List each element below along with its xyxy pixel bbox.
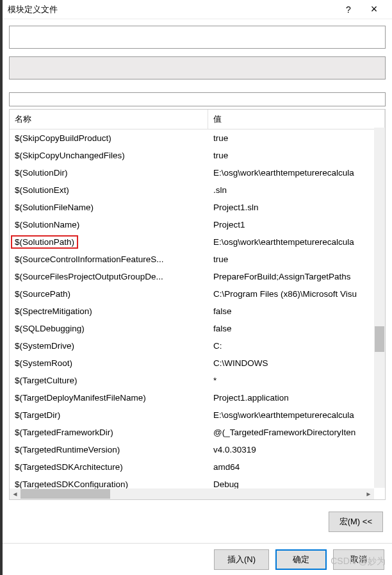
- macro-value-cell: .sln: [208, 184, 385, 196]
- macro-name-cell: $(TargetedSDKArchitecture): [10, 461, 208, 473]
- macro-name-cell: $(SystemDrive): [10, 340, 208, 352]
- macro-name-cell: $(TargetDir): [10, 409, 208, 421]
- table-row[interactable]: $(TargetedFrameworkDir)@(_TargetedFramew…: [10, 424, 385, 441]
- macro-value-cell: Project1.application: [208, 392, 385, 404]
- macro-filter-input[interactable]: [9, 92, 386, 106]
- table-row[interactable]: $(TargetCulture)*: [10, 372, 385, 389]
- scrollbar-thumb[interactable]: [20, 489, 110, 499]
- horizontal-scrollbar[interactable]: ◄ ►: [10, 488, 374, 499]
- macro-value-cell: @(_TargetedFrameworkDirectoryIten: [208, 426, 385, 438]
- title-bar: 模块定义文件 ? ×: [3, 0, 392, 19]
- macro-value-cell: v4.0.30319: [208, 444, 385, 456]
- macro-value-cell: PrepareForBuild;AssignTargetPaths: [208, 271, 385, 283]
- preview-box: [9, 56, 386, 79]
- macro-name-cell: $(SkipCopyBuildProduct): [10, 132, 208, 144]
- grid-header: 名称 值: [10, 110, 385, 129]
- macro-name-cell: $(SourcePath): [10, 288, 208, 300]
- macro-value-cell: E:\osg\work\earthtempeturerecalcula: [208, 409, 385, 421]
- macro-name-cell: $(SolutionPath): [10, 234, 208, 250]
- macro-value-cell: E:\osg\work\earthtempeturerecalcula: [208, 167, 385, 179]
- macro-value-cell: *: [208, 374, 385, 387]
- insert-button[interactable]: 插入(N): [214, 549, 269, 570]
- macro-name-cell: $(SpectreMitigation): [10, 305, 208, 317]
- macro-name-cell: $(SolutionExt): [10, 184, 208, 196]
- macro-value-cell: true: [208, 132, 385, 144]
- dialog-footer: 插入(N) 确定 取消 CSDN @妙为: [3, 543, 392, 575]
- macro-value-cell: Project1: [208, 219, 385, 231]
- macro-name-cell: $(TargetDeployManifestFileName): [10, 392, 208, 404]
- table-row[interactable]: $(TargetDir)E:\osg\work\earthtempeturere…: [10, 406, 385, 424]
- table-row[interactable]: $(TargetDeployManifestFileName)Project1.…: [10, 389, 385, 406]
- help-button[interactable]: ?: [336, 4, 361, 15]
- macro-name-cell: $(SourceControlInformationFeatureS...: [10, 253, 208, 265]
- table-row[interactable]: $(SystemRoot)C:\WINDOWS: [10, 354, 385, 372]
- macro-name-cell: $(SQLDebugging): [10, 322, 208, 335]
- macros-toggle-button[interactable]: 宏(M) <<: [329, 512, 383, 532]
- table-row[interactable]: $(SystemDrive)C:: [10, 337, 385, 354]
- table-row[interactable]: $(SolutionDir)E:\osg\work\earthtempeture…: [10, 164, 385, 181]
- macro-value-cell: E:\osg\work\earthtempeturerecalcula: [208, 236, 385, 248]
- vertical-scrollbar[interactable]: [374, 128, 385, 488]
- header-value[interactable]: 值: [208, 110, 385, 129]
- macro-value-cell: C:: [208, 340, 385, 352]
- macro-name-cell: $(SolutionFileName): [10, 201, 208, 213]
- macro-value-cell: C:\WINDOWS: [208, 357, 385, 369]
- macro-name-cell: $(TargetedRuntimeVersion): [10, 444, 208, 456]
- header-name[interactable]: 名称: [10, 110, 208, 129]
- macro-value-cell: amd64: [208, 461, 385, 473]
- ok-button[interactable]: 确定: [275, 549, 327, 570]
- table-row[interactable]: $(SolutionFileName)Project1.sln: [10, 199, 385, 216]
- table-row[interactable]: $(TargetedSDKArchitecture)amd64: [10, 458, 385, 476]
- table-row[interactable]: $(SourceControlInformationFeatureS...tru…: [10, 251, 385, 268]
- window-title: 模块定义文件: [8, 4, 336, 15]
- cancel-button[interactable]: 取消: [333, 549, 384, 570]
- grid-rows: $(SkipCopyBuildProduct)true$(SkipCopyUnc…: [10, 129, 385, 499]
- macro-value-cell: Project1.sln: [208, 201, 385, 213]
- macro-value-cell: false: [208, 322, 385, 335]
- value-input[interactable]: [9, 26, 386, 49]
- macro-name-cell: $(TargetCulture): [10, 374, 208, 387]
- table-row[interactable]: $(SourceFilesProjectOutputGroupDe...Prep…: [10, 268, 385, 285]
- macros-grid: 名称 值 $(SkipCopyBuildProduct)true$(SkipCo…: [9, 109, 386, 500]
- table-row[interactable]: $(SQLDebugging)false: [10, 320, 385, 337]
- macro-value-cell: true: [208, 149, 385, 162]
- table-row[interactable]: $(TargetedRuntimeVersion)v4.0.30319: [10, 441, 385, 458]
- macro-value-cell: true: [208, 253, 385, 265]
- scroll-right-arrow[interactable]: ►: [363, 490, 374, 497]
- macro-name-cell: $(SystemRoot): [10, 357, 208, 369]
- dialog-body: 名称 值 $(SkipCopyBuildProduct)true$(SkipCo…: [3, 19, 392, 538]
- table-row[interactable]: $(SkipCopyBuildProduct)true: [10, 129, 385, 147]
- table-row[interactable]: $(SolutionPath)E:\osg\work\earthtempetur…: [10, 233, 385, 251]
- table-row[interactable]: $(SpectreMitigation)false: [10, 303, 385, 320]
- scroll-left-arrow[interactable]: ◄: [10, 490, 20, 497]
- close-button[interactable]: ×: [361, 3, 387, 16]
- scrollbar-thumb[interactable]: [375, 326, 384, 352]
- table-row[interactable]: $(SolutionName)Project1: [10, 216, 385, 233]
- macro-name-cell: $(TargetedFrameworkDir): [10, 426, 208, 438]
- macro-value-cell: false: [208, 305, 385, 317]
- table-row[interactable]: $(SourcePath)C:\Program Files (x86)\Micr…: [10, 285, 385, 303]
- table-row[interactable]: $(SolutionExt).sln: [10, 181, 385, 199]
- macro-name-cell: $(SkipCopyUnchangedFiles): [10, 149, 208, 162]
- macro-name-cell: $(SolutionDir): [10, 167, 208, 179]
- macro-name-cell: $(SolutionName): [10, 219, 208, 231]
- macro-value-cell: C:\Program Files (x86)\Microsoft Visu: [208, 288, 385, 300]
- table-row[interactable]: $(SkipCopyUnchangedFiles)true: [10, 147, 385, 164]
- macro-name-cell: $(SourceFilesProjectOutputGroupDe...: [10, 271, 208, 283]
